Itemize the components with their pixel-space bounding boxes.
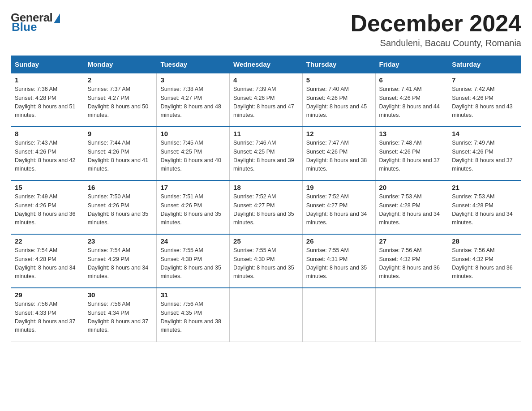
calendar-day-cell: 11 Sunrise: 7:46 AMSunset: 4:25 PMDaylig… — [230, 127, 303, 180]
calendar-day-cell: 7 Sunrise: 7:42 AMSunset: 4:26 PMDayligh… — [448, 73, 521, 127]
day-number: 6 — [379, 76, 445, 84]
day-number: 5 — [306, 76, 372, 84]
day-number: 19 — [306, 184, 372, 191]
day-info: Sunrise: 7:55 AMSunset: 4:30 PMDaylight:… — [233, 247, 294, 279]
calendar-day-cell — [230, 288, 303, 342]
day-info: Sunrise: 7:54 AMSunset: 4:28 PMDaylight:… — [15, 247, 76, 279]
day-info: Sunrise: 7:52 AMSunset: 4:27 PMDaylight:… — [306, 193, 367, 226]
calendar-body: 1 Sunrise: 7:36 AMSunset: 4:28 PMDayligh… — [11, 73, 521, 342]
day-info: Sunrise: 7:56 AMSunset: 4:33 PMDaylight:… — [15, 301, 76, 333]
calendar-day-cell: 15 Sunrise: 7:49 AMSunset: 4:26 PMDaylig… — [11, 180, 84, 234]
calendar-day-cell: 21 Sunrise: 7:53 AMSunset: 4:28 PMDaylig… — [448, 180, 521, 234]
day-info: Sunrise: 7:50 AMSunset: 4:26 PMDaylight:… — [88, 193, 149, 226]
day-info: Sunrise: 7:56 AMSunset: 4:32 PMDaylight:… — [452, 247, 513, 279]
calendar-day-cell: 3 Sunrise: 7:38 AMSunset: 4:27 PMDayligh… — [157, 73, 230, 127]
day-number: 13 — [379, 130, 445, 137]
calendar-day-cell: 2 Sunrise: 7:37 AMSunset: 4:27 PMDayligh… — [84, 73, 157, 127]
day-info: Sunrise: 7:55 AMSunset: 4:31 PMDaylight:… — [306, 247, 367, 279]
day-info: Sunrise: 7:43 AMSunset: 4:26 PMDaylight:… — [15, 140, 76, 172]
calendar-day-cell: 1 Sunrise: 7:36 AMSunset: 4:28 PMDayligh… — [11, 73, 84, 127]
logo: General Blue — [11, 11, 60, 34]
header-wednesday: Wednesday — [230, 56, 303, 73]
day-number: 1 — [15, 76, 80, 84]
day-info: Sunrise: 7:45 AMSunset: 4:25 PMDaylight:… — [160, 140, 221, 172]
day-info: Sunrise: 7:49 AMSunset: 4:26 PMDaylight:… — [452, 140, 513, 172]
day-number: 15 — [15, 184, 80, 191]
day-info: Sunrise: 7:49 AMSunset: 4:26 PMDaylight:… — [15, 193, 76, 226]
page-header: General Blue December 2024 Sanduleni, Ba… — [11, 11, 521, 48]
day-number: 16 — [88, 184, 153, 191]
day-info: Sunrise: 7:56 AMSunset: 4:32 PMDaylight:… — [379, 247, 440, 279]
calendar-day-cell — [375, 288, 448, 342]
day-number: 8 — [15, 130, 80, 137]
header-saturday: Saturday — [448, 56, 521, 73]
calendar-day-cell: 9 Sunrise: 7:44 AMSunset: 4:26 PMDayligh… — [84, 127, 157, 180]
header-tuesday: Tuesday — [157, 56, 230, 73]
day-info: Sunrise: 7:48 AMSunset: 4:26 PMDaylight:… — [379, 140, 440, 172]
calendar-day-cell: 30 Sunrise: 7:56 AMSunset: 4:34 PMDaylig… — [84, 288, 157, 342]
logo-blue-text: Blue — [12, 20, 37, 34]
day-info: Sunrise: 7:53 AMSunset: 4:28 PMDaylight:… — [452, 193, 513, 226]
calendar-day-cell: 22 Sunrise: 7:54 AMSunset: 4:28 PMDaylig… — [11, 234, 84, 288]
location-title: Sanduleni, Bacau County, Romania — [350, 38, 521, 48]
calendar-day-cell: 23 Sunrise: 7:54 AMSunset: 4:29 PMDaylig… — [84, 234, 157, 288]
title-area: December 2024 Sanduleni, Bacau County, R… — [350, 11, 521, 48]
day-info: Sunrise: 7:52 AMSunset: 4:27 PMDaylight:… — [233, 193, 294, 226]
day-info: Sunrise: 7:39 AMSunset: 4:26 PMDaylight:… — [233, 86, 294, 118]
calendar-week-row: 1 Sunrise: 7:36 AMSunset: 4:28 PMDayligh… — [11, 73, 521, 127]
month-title: December 2024 — [350, 11, 521, 36]
calendar-week-row: 29 Sunrise: 7:56 AMSunset: 4:33 PMDaylig… — [11, 288, 521, 342]
calendar-day-cell: 18 Sunrise: 7:52 AMSunset: 4:27 PMDaylig… — [230, 180, 303, 234]
calendar-day-cell: 29 Sunrise: 7:56 AMSunset: 4:33 PMDaylig… — [11, 288, 84, 342]
weekday-header-row: Sunday Monday Tuesday Wednesday Thursday… — [11, 56, 521, 73]
day-info: Sunrise: 7:55 AMSunset: 4:30 PMDaylight:… — [160, 247, 221, 279]
day-number: 26 — [306, 237, 372, 245]
day-number: 20 — [379, 184, 445, 191]
day-number: 2 — [88, 76, 153, 84]
day-info: Sunrise: 7:40 AMSunset: 4:26 PMDaylight:… — [306, 86, 367, 118]
calendar-day-cell — [302, 288, 375, 342]
calendar-header: Sunday Monday Tuesday Wednesday Thursday… — [11, 56, 521, 73]
calendar-day-cell: 28 Sunrise: 7:56 AMSunset: 4:32 PMDaylig… — [448, 234, 521, 288]
calendar-day-cell: 31 Sunrise: 7:56 AMSunset: 4:35 PMDaylig… — [157, 288, 230, 342]
day-number: 31 — [160, 291, 226, 299]
calendar-day-cell: 8 Sunrise: 7:43 AMSunset: 4:26 PMDayligh… — [11, 127, 84, 180]
calendar-day-cell: 14 Sunrise: 7:49 AMSunset: 4:26 PMDaylig… — [448, 127, 521, 180]
day-info: Sunrise: 7:41 AMSunset: 4:26 PMDaylight:… — [379, 86, 440, 118]
day-info: Sunrise: 7:51 AMSunset: 4:26 PMDaylight:… — [160, 193, 221, 226]
day-info: Sunrise: 7:37 AMSunset: 4:27 PMDaylight:… — [88, 86, 149, 118]
calendar-day-cell: 27 Sunrise: 7:56 AMSunset: 4:32 PMDaylig… — [375, 234, 448, 288]
day-info: Sunrise: 7:54 AMSunset: 4:29 PMDaylight:… — [88, 247, 149, 279]
calendar-day-cell: 26 Sunrise: 7:55 AMSunset: 4:31 PMDaylig… — [302, 234, 375, 288]
day-number: 11 — [233, 130, 299, 137]
day-number: 24 — [160, 237, 226, 245]
header-friday: Friday — [375, 56, 448, 73]
calendar-week-row: 15 Sunrise: 7:49 AMSunset: 4:26 PMDaylig… — [11, 180, 521, 234]
logo-triangle-icon — [54, 13, 60, 23]
calendar-day-cell: 5 Sunrise: 7:40 AMSunset: 4:26 PMDayligh… — [302, 73, 375, 127]
day-info: Sunrise: 7:56 AMSunset: 4:35 PMDaylight:… — [160, 301, 221, 333]
day-number: 14 — [452, 130, 517, 137]
day-number: 9 — [88, 130, 153, 137]
calendar-week-row: 22 Sunrise: 7:54 AMSunset: 4:28 PMDaylig… — [11, 234, 521, 288]
calendar-table: Sunday Monday Tuesday Wednesday Thursday… — [11, 56, 521, 342]
day-number: 3 — [160, 76, 226, 84]
header-thursday: Thursday — [302, 56, 375, 73]
day-number: 12 — [306, 130, 372, 137]
day-number: 4 — [233, 76, 299, 84]
day-number: 27 — [379, 237, 445, 245]
day-info: Sunrise: 7:38 AMSunset: 4:27 PMDaylight:… — [160, 86, 221, 118]
day-info: Sunrise: 7:56 AMSunset: 4:34 PMDaylight:… — [88, 301, 149, 333]
day-number: 22 — [15, 237, 80, 245]
day-number: 10 — [160, 130, 226, 137]
calendar-day-cell — [448, 288, 521, 342]
day-info: Sunrise: 7:44 AMSunset: 4:26 PMDaylight:… — [88, 140, 149, 172]
day-number: 29 — [15, 291, 80, 299]
header-sunday: Sunday — [11, 56, 84, 73]
header-monday: Monday — [84, 56, 157, 73]
day-number: 21 — [452, 184, 517, 191]
calendar-day-cell: 10 Sunrise: 7:45 AMSunset: 4:25 PMDaylig… — [157, 127, 230, 180]
calendar-day-cell: 12 Sunrise: 7:47 AMSunset: 4:26 PMDaylig… — [302, 127, 375, 180]
calendar-day-cell: 20 Sunrise: 7:53 AMSunset: 4:28 PMDaylig… — [375, 180, 448, 234]
calendar-day-cell: 13 Sunrise: 7:48 AMSunset: 4:26 PMDaylig… — [375, 127, 448, 180]
